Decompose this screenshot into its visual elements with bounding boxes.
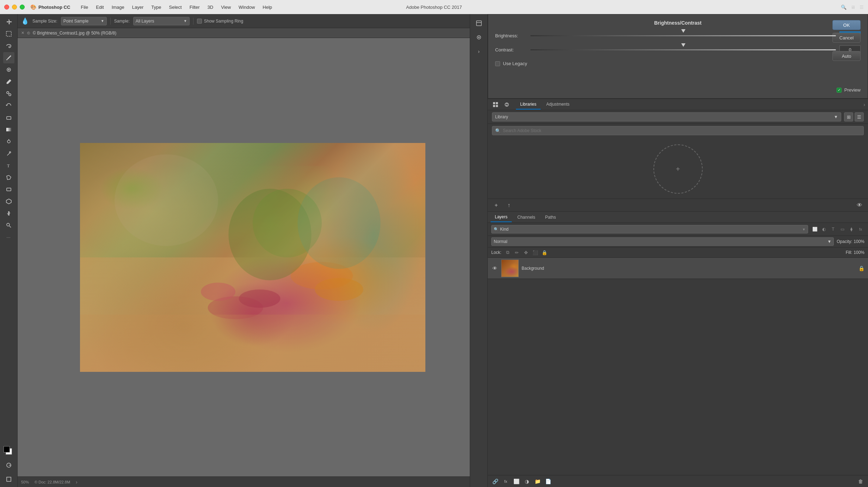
layer-visibility-btn[interactable]: 👁 bbox=[491, 265, 498, 272]
selection-tool[interactable] bbox=[3, 28, 14, 39]
more-tools[interactable]: ··· bbox=[3, 232, 14, 243]
canvas-tab-title[interactable]: © Brightness_Contrast1.jpg @ 50% (RGB/8) bbox=[33, 31, 116, 36]
pixel-filter-icon[interactable]: ⬜ bbox=[811, 225, 819, 233]
ok-button[interactable]: OK bbox=[832, 20, 861, 30]
strip-button-1[interactable] bbox=[473, 17, 485, 30]
lock-all-btn[interactable]: 🔒 bbox=[541, 249, 548, 256]
tab-adjustments[interactable]: Adjustments bbox=[542, 100, 574, 110]
menu-edit[interactable]: Edit bbox=[92, 3, 107, 11]
auto-button[interactable]: Auto bbox=[832, 51, 861, 61]
zoom-tool[interactable] bbox=[3, 220, 14, 231]
close-button[interactable] bbox=[4, 5, 9, 10]
tab-layers[interactable]: Layers bbox=[491, 212, 512, 222]
svg-point-20 bbox=[201, 282, 235, 301]
shape-filter-icon[interactable]: ▭ bbox=[838, 225, 846, 233]
tab-close-button[interactable]: ✕ bbox=[21, 31, 24, 35]
menu-select[interactable]: Select bbox=[165, 3, 185, 11]
layer-fx-btn[interactable]: fx bbox=[502, 477, 510, 485]
use-legacy-checkbox[interactable] bbox=[495, 61, 500, 66]
tab-paths[interactable]: Paths bbox=[541, 213, 560, 222]
type-tool[interactable]: T bbox=[3, 160, 14, 171]
blend-mode-dropdown[interactable]: Normal ▼ bbox=[491, 237, 834, 246]
brightness-slider[interactable] bbox=[530, 32, 836, 39]
opacity-value[interactable]: 100% bbox=[854, 239, 864, 244]
gradient-tool[interactable] bbox=[3, 124, 14, 135]
menu-3d[interactable]: 3D bbox=[204, 3, 217, 11]
eyedropper-tool-box[interactable] bbox=[3, 52, 14, 63]
sample-size-dropdown[interactable]: Point Sample ▼ bbox=[61, 17, 107, 25]
path-selection-tool[interactable] bbox=[3, 172, 14, 183]
menu-image[interactable]: Image bbox=[108, 3, 128, 11]
canvas-content[interactable] bbox=[18, 38, 487, 476]
shape-tool[interactable] bbox=[3, 184, 14, 195]
contrast-slider[interactable] bbox=[530, 46, 836, 53]
maximize-button[interactable] bbox=[20, 5, 25, 10]
menu-view[interactable]: View bbox=[217, 3, 234, 11]
move-tool[interactable] bbox=[3, 16, 14, 27]
panel-grid-icon[interactable] bbox=[491, 100, 500, 110]
search-icon[interactable]: 🔍 bbox=[841, 5, 847, 10]
layer-delete-btn[interactable]: 🗑 bbox=[857, 477, 864, 485]
quick-mask-tool[interactable] bbox=[3, 460, 14, 471]
search-input[interactable] bbox=[503, 128, 861, 133]
lock-transparent-btn[interactable]: ⧉ bbox=[504, 249, 511, 256]
fill-value[interactable]: 100% bbox=[854, 250, 864, 255]
3d-tool[interactable] bbox=[3, 196, 14, 207]
hand-tool[interactable] bbox=[3, 208, 14, 219]
lock-pixels-btn[interactable]: ✏ bbox=[513, 249, 521, 256]
menu-file[interactable]: File bbox=[77, 3, 92, 11]
adjustment-filter-icon[interactable]: ◐ bbox=[820, 225, 828, 233]
show-sampling-ring-checkbox[interactable] bbox=[197, 19, 202, 24]
status-arrow[interactable]: › bbox=[76, 479, 78, 485]
pen-tool[interactable] bbox=[3, 148, 14, 159]
import-btn[interactable]: ↑ bbox=[505, 201, 513, 210]
history-brush-tool[interactable] bbox=[3, 100, 14, 111]
foreground-color-swatch[interactable] bbox=[4, 446, 10, 452]
expand-arrow-btn[interactable]: › bbox=[863, 102, 865, 107]
sample-dropdown[interactable]: All Layers ▼ bbox=[133, 17, 190, 25]
eraser-tool[interactable] bbox=[3, 112, 14, 123]
search-bar[interactable]: 🔍 bbox=[492, 126, 864, 135]
type-filter-icon[interactable]: T bbox=[829, 225, 837, 233]
layer-mask-btn[interactable]: ⬜ bbox=[512, 477, 520, 485]
library-dropdown[interactable]: Library ▼ bbox=[492, 112, 841, 121]
minimize-button[interactable] bbox=[12, 5, 17, 10]
layer-new-btn[interactable]: 📄 bbox=[544, 477, 552, 485]
grid-view-btn[interactable]: ⊞ bbox=[844, 112, 853, 121]
add-item-btn[interactable]: + bbox=[492, 201, 500, 210]
smart-filter-icon[interactable]: ⧫ bbox=[848, 225, 855, 233]
dodge-tool[interactable] bbox=[3, 136, 14, 147]
app-icon: 🎨 bbox=[30, 4, 36, 10]
layer-link-btn[interactable]: 🔗 bbox=[491, 477, 499, 485]
menu-window[interactable]: Window bbox=[235, 3, 258, 11]
cancel-button[interactable]: Cancel bbox=[832, 33, 861, 43]
kind-filter[interactable]: 🔍 Kind ▼ bbox=[491, 225, 808, 233]
clone-tool[interactable] bbox=[3, 88, 14, 99]
tab-channels[interactable]: Channels bbox=[513, 213, 540, 222]
collapse-btn[interactable]: › bbox=[473, 45, 485, 58]
lock-artboard-btn[interactable]: ⬛ bbox=[532, 249, 539, 256]
brush-tool[interactable] bbox=[3, 76, 14, 87]
fx-filter-icon[interactable]: fx bbox=[857, 225, 864, 233]
menu-layer[interactable]: Layer bbox=[129, 3, 147, 11]
menu-filter[interactable]: Filter bbox=[186, 3, 203, 11]
layer-group-btn[interactable]: 📁 bbox=[534, 477, 541, 485]
screen-mode-tool[interactable] bbox=[3, 474, 14, 485]
lasso-tool[interactable] bbox=[3, 40, 14, 51]
tab-libraries[interactable]: Libraries bbox=[516, 100, 541, 110]
lock-position-btn[interactable]: ✥ bbox=[523, 249, 530, 256]
panel-cc-icon[interactable] bbox=[502, 100, 512, 110]
layer-adjustment-btn[interactable]: ◑ bbox=[523, 477, 531, 485]
libraries-icon-btn[interactable] bbox=[473, 31, 485, 44]
list-view-btn[interactable]: ☰ bbox=[855, 112, 864, 121]
menu-help[interactable]: Help bbox=[259, 3, 276, 11]
menu-type[interactable]: Type bbox=[148, 3, 165, 11]
preview-checkbox[interactable]: ✓ bbox=[837, 88, 842, 93]
background-layer-row[interactable]: 👁 Background 🔒 bbox=[488, 258, 868, 279]
color-swatches[interactable] bbox=[4, 446, 14, 457]
add-content-icon[interactable]: + bbox=[676, 165, 680, 173]
menu-icon[interactable]: ☰ bbox=[860, 5, 864, 10]
healing-tool[interactable] bbox=[3, 64, 14, 75]
eyedropper-tool[interactable]: 💧 bbox=[21, 17, 29, 25]
eye-btn[interactable]: 👁 bbox=[855, 201, 864, 210]
